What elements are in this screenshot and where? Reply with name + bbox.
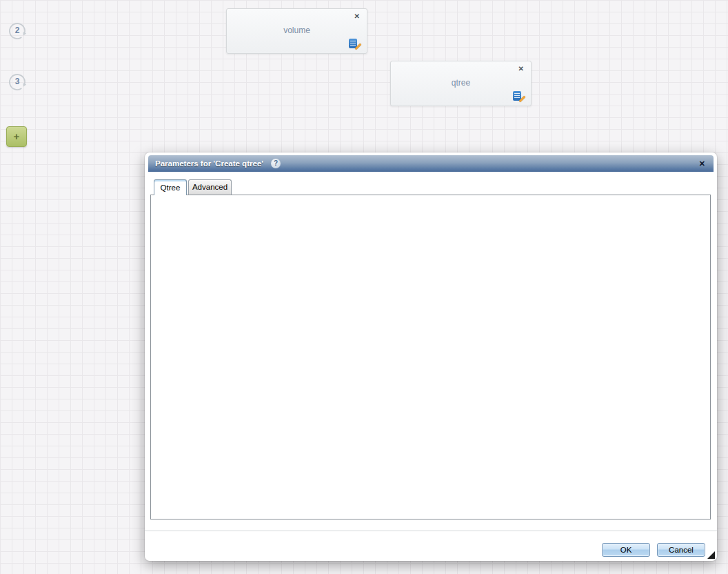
workflow-node-qtree[interactable]: ✕ qtree bbox=[390, 61, 532, 106]
row-number-label: 2 bbox=[7, 26, 28, 35]
workflow-node-volume[interactable]: ✕ volume bbox=[226, 8, 367, 54]
dialog-title: Parameters for 'Create qtree' bbox=[155, 155, 263, 172]
resize-handle[interactable] bbox=[707, 551, 715, 559]
edit-icon[interactable] bbox=[513, 90, 525, 102]
dialog-titlebar: Parameters for 'Create qtree' ? ✕ bbox=[148, 155, 714, 172]
node-label: qtree bbox=[391, 78, 531, 88]
row-number-label: 3 bbox=[7, 77, 28, 86]
close-icon[interactable]: ✕ bbox=[518, 65, 524, 72]
row-number-badge-3: 3 bbox=[7, 72, 28, 92]
tab-qtree[interactable]: Qtree bbox=[154, 179, 187, 195]
help-icon[interactable]: ? bbox=[271, 159, 281, 168]
cancel-button[interactable]: Cancel bbox=[657, 543, 705, 557]
node-label: volume bbox=[227, 26, 367, 35]
tab-advanced[interactable]: Advanced bbox=[188, 179, 232, 195]
footer-divider bbox=[145, 531, 717, 531]
add-row-button[interactable]: + bbox=[6, 126, 27, 147]
close-icon[interactable]: ✕ bbox=[699, 155, 705, 172]
ok-button[interactable]: OK bbox=[602, 543, 650, 557]
close-icon[interactable]: ✕ bbox=[354, 12, 360, 20]
edit-icon[interactable] bbox=[349, 38, 361, 50]
parameters-dialog: Parameters for 'Create qtree' ? ✕ Qtree … bbox=[145, 152, 717, 561]
tab-content-panel bbox=[150, 195, 711, 519]
row-number-badge-2: 2 bbox=[7, 21, 28, 41]
